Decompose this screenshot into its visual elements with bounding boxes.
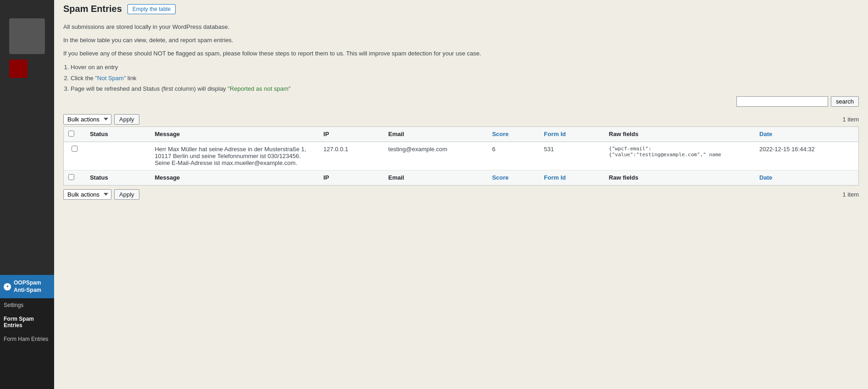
not-spam-link-text: "Not Spam" — [95, 75, 126, 82]
header-status-label: Status — [90, 131, 108, 137]
footer-header-checkbox-cell — [64, 170, 85, 185]
sidebar-item-spam-entries[interactable]: Form Spam Entries — [0, 312, 54, 332]
row-checkbox-cell — [64, 142, 85, 170]
description-line-3: If you believe any of these should NOT b… — [63, 49, 859, 59]
row-raw-fields-value: {"wpcf-email": {"value":"testing@example… — [609, 146, 721, 158]
row-ip: 127.0.0.1 — [319, 142, 384, 170]
sidebar-item-settings[interactable]: Settings — [0, 298, 54, 312]
footer-header-message-label: Message — [155, 174, 180, 181]
apply-button-bottom[interactable]: Apply — [114, 189, 139, 200]
bulk-actions-select-bottom[interactable]: Bulk actions — [63, 189, 111, 200]
footer-header-ip: IP — [319, 170, 384, 185]
select-all-checkbox[interactable] — [68, 131, 74, 137]
footer-header-date[interactable]: Date — [755, 170, 858, 185]
sidebar-item-ham-entries[interactable]: Form Ham Entries — [0, 332, 54, 346]
item-count-top: 1 item — [843, 116, 859, 123]
footer-select-all-checkbox[interactable] — [68, 174, 74, 180]
page-title: Spam Entries — [63, 4, 122, 14]
reported-status-text: "Reported as not spam" — [227, 85, 290, 92]
table-header: Status Message IP Email Score Form Id — [64, 126, 859, 142]
sidebar-bottom: ✦ OOPSpam Anti-Spam Settings Form Spam E… — [0, 275, 54, 389]
header-form-id-link[interactable]: Form Id — [544, 131, 566, 137]
sidebar: ✦ OOPSpam Anti-Spam Settings Form Spam E… — [0, 0, 54, 389]
header-message: Message — [150, 126, 319, 142]
row-message-value: Herr Max Müller hat seine Adresse in der… — [155, 146, 306, 166]
header-email: Email — [384, 126, 487, 142]
header-ip: IP — [319, 126, 384, 142]
bulk-actions-group-bottom: Bulk actions Apply — [63, 189, 139, 200]
footer-header-status: Status — [85, 170, 150, 185]
footer-header-score[interactable]: Score — [487, 170, 539, 185]
header-form-id[interactable]: Form Id — [539, 126, 604, 142]
row-message: Herr Max Müller hat seine Adresse in der… — [150, 142, 319, 170]
header-raw-fields: Raw fields — [604, 126, 755, 142]
header-ip-label: IP — [323, 131, 329, 137]
table-row: Herr Max Müller hat seine Adresse in der… — [64, 142, 859, 170]
spam-table: Status Message IP Email Score Form Id — [63, 126, 859, 186]
footer-header-ip-label: IP — [323, 174, 329, 181]
footer-header-score-link[interactable]: Score — [492, 174, 509, 181]
header-message-label: Message — [155, 131, 180, 137]
row-status — [85, 142, 150, 170]
apply-button-top[interactable]: Apply — [114, 114, 139, 125]
footer-header-message: Message — [150, 170, 319, 185]
description-line-2: In the below table you can view, delete,… — [63, 36, 859, 45]
plugin-name-label: OOPSpam Anti-Spam — [14, 279, 50, 294]
sidebar-item-plugin[interactable]: ✦ OOPSpam Anti-Spam — [0, 275, 54, 298]
row-ip-value: 127.0.0.1 — [323, 146, 348, 153]
footer-header-email-label: Email — [388, 174, 404, 181]
header-status: Status — [85, 126, 150, 142]
row-email: testing@example.com — [384, 142, 487, 170]
table-body: Herr Max Müller hat seine Adresse in der… — [64, 142, 859, 185]
row-score: 6 — [487, 142, 539, 170]
instruction-step-1: Hover on an entry — [71, 62, 859, 72]
header-email-label: Email — [388, 131, 404, 137]
table-controls-top: Bulk actions Apply 1 item — [63, 114, 859, 125]
footer-header-form-id-link[interactable]: Form Id — [544, 174, 566, 181]
instruction-step-3: Page will be refreshed and Status (first… — [71, 83, 859, 94]
footer-header-email: Email — [384, 170, 487, 185]
row-email-value: testing@example.com — [388, 146, 448, 153]
footer-header-date-link[interactable]: Date — [759, 174, 772, 181]
header-date-link[interactable]: Date — [759, 131, 772, 137]
bulk-actions-select-top[interactable]: Bulk actions — [63, 114, 111, 125]
empty-table-button[interactable]: Empty the table — [127, 4, 176, 14]
row-score-value: 6 — [492, 146, 495, 153]
main-content: Spam Entries Empty the table All submiss… — [54, 0, 868, 389]
table-footer-header-row: Status Message IP Email Score Form Id — [64, 170, 859, 185]
table-controls-bottom: Bulk actions Apply 1 item — [63, 189, 859, 200]
instruction-step-2: Click the "Not Spam" link — [71, 73, 859, 83]
header-date[interactable]: Date — [755, 126, 858, 142]
row-raw-fields: {"wpcf-email": {"value":"testing@example… — [604, 142, 755, 170]
bulk-actions-group-top: Bulk actions Apply — [63, 114, 139, 125]
instructions-list: Hover on an entry Click the "Not Spam" l… — [63, 62, 859, 94]
footer-header-form-id[interactable]: Form Id — [539, 170, 604, 185]
plugin-icon: ✦ — [4, 283, 11, 290]
item-count-bottom: 1 item — [843, 191, 859, 198]
description-line-1: All submissions are stored locally in yo… — [63, 22, 859, 32]
header-score[interactable]: Score — [487, 126, 539, 142]
row-date-value: 2022-12-15 16:44:32 — [759, 146, 815, 153]
table-header-row: Status Message IP Email Score Form Id — [64, 126, 859, 142]
header-score-link[interactable]: Score — [492, 131, 509, 137]
row-form-id-value: 531 — [544, 146, 554, 153]
row-form-id: 531 — [539, 142, 604, 170]
footer-header-raw-fields-label: Raw fields — [609, 174, 638, 181]
row-date: 2022-12-15 16:44:32 — [755, 142, 858, 170]
sidebar-logo-area — [0, 0, 54, 275]
header-checkbox-cell — [64, 126, 85, 142]
header-raw-fields-label: Raw fields — [609, 131, 638, 137]
page-header: Spam Entries Empty the table — [63, 0, 859, 14]
search-area: search — [63, 96, 859, 107]
footer-header-raw-fields: Raw fields — [604, 170, 755, 185]
footer-header-status-label: Status — [90, 174, 108, 181]
search-button[interactable]: search — [831, 96, 859, 107]
search-input[interactable] — [736, 96, 828, 107]
row-checkbox[interactable] — [72, 146, 77, 152]
